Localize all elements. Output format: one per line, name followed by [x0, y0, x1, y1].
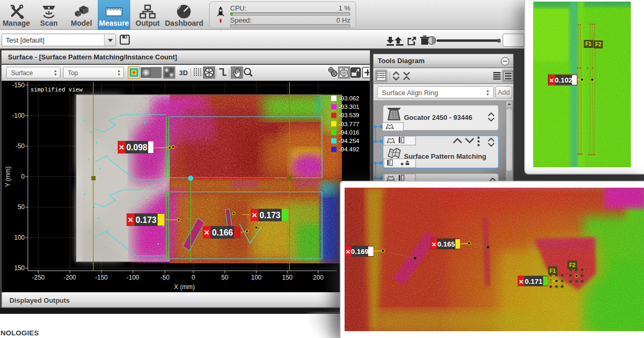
svg-text:-94.016: -94.016: [339, 129, 359, 136]
svg-text:3D: 3D: [179, 69, 188, 77]
svg-text:50: 50: [18, 203, 25, 211]
svg-text:-93.777: -93.777: [339, 121, 359, 127]
svg-text:200: 200: [313, 274, 324, 281]
svg-text:-200: -200: [64, 274, 76, 281]
svg-text:-93.301: -93.301: [339, 104, 359, 110]
svg-text:-94.254: -94.254: [339, 138, 360, 144]
svg-text:-93.062: -93.062: [339, 95, 359, 101]
svg-text:F1: F1: [585, 41, 591, 47]
svg-text:0: 0: [21, 173, 25, 180]
svg-text:0.102: 0.102: [555, 76, 573, 84]
svg-text:0.171: 0.171: [525, 278, 543, 285]
svg-text:-250: -250: [32, 274, 45, 281]
svg-text:0.166: 0.166: [212, 228, 233, 237]
svg-text:100: 100: [251, 274, 262, 281]
svg-text:Surface Pattern Matching: Surface Pattern Matching: [404, 152, 486, 160]
svg-text:simplified view: simplified view: [30, 87, 82, 93]
svg-text:✕: ✕: [518, 279, 523, 285]
svg-text:100: 100: [14, 234, 25, 241]
svg-text:0.165: 0.165: [438, 240, 455, 248]
svg-text:F1: F1: [549, 268, 556, 274]
svg-text:✕: ✕: [431, 241, 436, 248]
svg-text:0.169: 0.169: [351, 248, 369, 255]
svg-text:-93.539: -93.539: [339, 112, 359, 118]
svg-text:50: 50: [221, 274, 228, 281]
svg-text:-150: -150: [12, 81, 25, 89]
svg-text:✕: ✕: [252, 211, 257, 219]
svg-text:-50: -50: [16, 142, 25, 150]
svg-text:0.173: 0.173: [259, 211, 281, 220]
svg-text:✕: ✕: [119, 144, 124, 151]
svg-text:Y (mm): Y (mm): [4, 166, 12, 187]
svg-text:0: 0: [192, 274, 195, 281]
svg-text:✕: ✕: [346, 249, 350, 255]
svg-text:F2: F2: [569, 262, 576, 268]
svg-text:✕: ✕: [549, 77, 554, 84]
svg-text:-100: -100: [12, 112, 25, 119]
svg-text:F2: F2: [595, 42, 601, 47]
svg-text:Gocator 2450 - 93446: Gocator 2450 - 93446: [404, 114, 472, 121]
svg-text:-94.492: -94.492: [339, 146, 359, 152]
svg-text:-50: -50: [160, 274, 170, 281]
svg-text:0.173: 0.173: [136, 216, 157, 224]
svg-text:✕: ✕: [204, 229, 210, 237]
svg-text:-100: -100: [127, 274, 139, 281]
svg-text:X (mm): X (mm): [174, 283, 194, 291]
svg-text:150: 150: [14, 264, 25, 272]
svg-text:150: 150: [282, 274, 293, 281]
svg-text:✕: ✕: [128, 216, 133, 224]
svg-text:-150: -150: [95, 274, 108, 281]
svg-text:0.098: 0.098: [126, 143, 147, 152]
